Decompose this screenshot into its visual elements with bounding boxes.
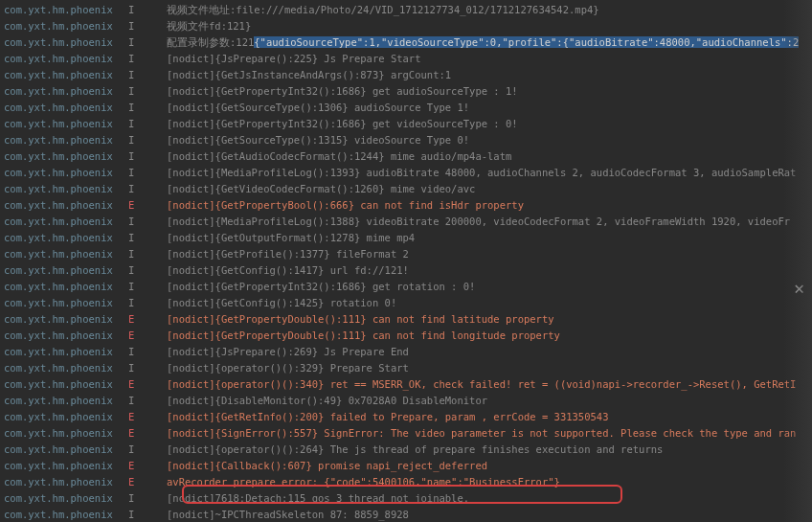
log-level: I (128, 393, 167, 409)
log-line[interactable]: com.yxt.hm.phoenixI[nodict]{GetOutputFor… (4, 230, 808, 246)
log-level: I (128, 490, 167, 507)
log-level: E (128, 425, 167, 442)
log-message: [nodict]{GetConfig():1417} url fd://121! (167, 262, 808, 279)
log-line[interactable]: com.yxt.hm.phoenixI[nodict]{MediaProfile… (4, 165, 808, 181)
log-line[interactable]: com.yxt.hm.phoenixI[nodict]{GetSourceTyp… (4, 132, 808, 148)
log-level: I (128, 18, 167, 34)
log-line[interactable]: com.yxt.hm.phoenixI[nodict]{GetPropertyI… (4, 83, 808, 100)
log-level: E (128, 458, 167, 474)
log-level: E (128, 328, 167, 344)
log-tag: com.yxt.hm.phoenix (4, 279, 128, 295)
log-line[interactable]: com.yxt.hm.phoenixI[nodict]{GetPropertyI… (4, 116, 808, 132)
log-message: [nodict]{GetPropertyDouble():111} can no… (167, 311, 808, 328)
log-message: [nodict]{JsPrepare():269} Js Prepare End (167, 344, 808, 360)
log-level: I (128, 34, 167, 51)
log-tag: com.yxt.hm.phoenix (4, 230, 128, 246)
log-viewer[interactable]: com.yxt.hm.phoenixI视频文件地址:file:///media/… (0, 0, 812, 522)
log-line[interactable]: com.yxt.hm.phoenixI[nodict]~IPCThreadSke… (4, 507, 808, 522)
log-tag: com.yxt.hm.phoenix (4, 100, 128, 116)
log-message: [nodict]7618:Detach:115 qos 3 thread not… (167, 490, 808, 507)
log-level: I (128, 279, 167, 295)
log-level: I (128, 246, 167, 262)
log-line[interactable]: com.yxt.hm.phoenixI[nodict]{GetSourceTyp… (4, 100, 808, 116)
log-line[interactable]: com.yxt.hm.phoenixI[nodict]7618:Detach:1… (4, 490, 808, 507)
log-message: 配置录制参数:121{"audioSourceType":1,"videoSou… (167, 34, 808, 51)
log-level: E (128, 409, 167, 425)
log-level: I (128, 2, 167, 18)
log-tag: com.yxt.hm.phoenix (4, 262, 128, 279)
log-tag: com.yxt.hm.phoenix (4, 148, 128, 165)
log-level: I (128, 344, 167, 360)
log-tag: com.yxt.hm.phoenix (4, 132, 128, 148)
log-tag: com.yxt.hm.phoenix (4, 295, 128, 311)
log-tag: com.yxt.hm.phoenix (4, 83, 128, 100)
log-level: I (128, 116, 167, 132)
log-line[interactable]: com.yxt.hm.phoenixI[nodict]{MediaProfile… (4, 214, 808, 230)
log-tag: com.yxt.hm.phoenix (4, 360, 128, 376)
log-message: [nodict]{GetPropertyInt32():1686} get ro… (167, 279, 808, 295)
log-tag: com.yxt.hm.phoenix (4, 116, 128, 132)
log-line[interactable]: com.yxt.hm.phoenixI视频文件fd:121} (4, 18, 808, 34)
log-message: 视频文件地址:file:///media/Photo/24/VID_171212… (167, 2, 808, 18)
selection-highlight: {"audioSourceType":1,"videoSourceType":0… (254, 36, 799, 48)
log-level: I (128, 132, 167, 148)
log-tag: com.yxt.hm.phoenix (4, 376, 128, 393)
log-tag: com.yxt.hm.phoenix (4, 311, 128, 328)
log-tag: com.yxt.hm.phoenix (4, 442, 128, 458)
log-line[interactable]: com.yxt.hm.phoenixI[nodict]{operator()()… (4, 442, 808, 458)
log-line[interactable]: com.yxt.hm.phoenixE[nodict]{GetPropertyD… (4, 311, 808, 328)
log-line[interactable]: com.yxt.hm.phoenixI[nodict]{DisableMonit… (4, 393, 808, 409)
log-line[interactable]: com.yxt.hm.phoenixI[nodict]{GetVideoCode… (4, 181, 808, 197)
log-line[interactable]: com.yxt.hm.phoenixI[nodict]{GetConfig():… (4, 262, 808, 279)
log-line[interactable]: com.yxt.hm.phoenixE[nodict]{Callback():6… (4, 458, 808, 474)
log-line[interactable]: com.yxt.hm.phoenixI[nodict]{GetAudioCode… (4, 148, 808, 165)
log-line[interactable]: com.yxt.hm.phoenixI[nodict]{JsPrepare():… (4, 344, 808, 360)
log-message: [nodict]{JsPrepare():225} Js Prepare Sta… (167, 51, 808, 67)
log-tag: com.yxt.hm.phoenix (4, 490, 128, 507)
log-tag: com.yxt.hm.phoenix (4, 425, 128, 442)
log-message: [nodict]{GetJsInstanceAndArgs():873} arg… (167, 67, 808, 83)
log-message: [nodict]{GetConfig():1425} rotation 0! (167, 295, 808, 311)
log-message: [nodict]{Callback():607} promise napi_re… (167, 458, 808, 474)
log-message: 视频文件fd:121} (167, 18, 808, 34)
log-tag: com.yxt.hm.phoenix (4, 507, 128, 522)
log-message: [nodict]{operator()():340} ret == MSERR_… (167, 376, 808, 393)
log-line[interactable]: com.yxt.hm.phoenixE[nodict]{GetRetInfo()… (4, 409, 808, 425)
log-line[interactable]: com.yxt.hm.phoenixI[nodict]{GetPropertyI… (4, 279, 808, 295)
close-icon[interactable]: ✕ (794, 278, 804, 298)
log-tag: com.yxt.hm.phoenix (4, 214, 128, 230)
log-level: I (128, 51, 167, 67)
log-line[interactable]: com.yxt.hm.phoenixE[nodict]{operator()()… (4, 376, 808, 393)
log-line[interactable]: com.yxt.hm.phoenixI[nodict]{JsPrepare():… (4, 51, 808, 67)
log-tag: com.yxt.hm.phoenix (4, 34, 128, 51)
log-level: E (128, 197, 167, 214)
log-message: [nodict]{GetRetInfo():200} failed to Pre… (167, 409, 808, 425)
log-message: [nodict]{SignError():557} SignError: The… (167, 425, 808, 442)
log-line[interactable]: com.yxt.hm.phoenixE[nodict]{GetPropertyB… (4, 197, 808, 214)
log-line[interactable]: com.yxt.hm.phoenixE[nodict]{GetPropertyD… (4, 328, 808, 344)
log-line[interactable]: com.yxt.hm.phoenixI[nodict]{operator()()… (4, 360, 808, 376)
log-line[interactable]: com.yxt.hm.phoenixI配置录制参数:121{"audioSour… (4, 34, 808, 51)
log-message: [nodict]{GetProfile():1377} fileFormat 2 (167, 246, 808, 262)
log-level: I (128, 507, 167, 522)
log-line[interactable]: com.yxt.hm.phoenixI[nodict]{GetConfig():… (4, 295, 808, 311)
log-message: [nodict]{GetSourceType():1306} audioSour… (167, 100, 808, 116)
log-line[interactable]: com.yxt.hm.phoenixI[nodict]{GetJsInstanc… (4, 67, 808, 83)
log-line[interactable]: com.yxt.hm.phoenixE[nodict]{SignError():… (4, 425, 808, 442)
log-level: E (128, 311, 167, 328)
log-message: [nodict]~IPCThreadSkeleton 87: 8859_8928 (167, 507, 808, 522)
log-message: [nodict]{GetPropertyInt32():1686} get vi… (167, 116, 808, 132)
log-level: I (128, 295, 167, 311)
log-tag: com.yxt.hm.phoenix (4, 181, 128, 197)
log-line[interactable]: com.yxt.hm.phoenixI[nodict]{GetProfile()… (4, 246, 808, 262)
log-level: E (128, 376, 167, 393)
log-message: [nodict]{MediaProfileLog():1393} audioBi… (167, 165, 808, 181)
log-level: I (128, 83, 167, 100)
log-line[interactable]: com.yxt.hm.phoenixI视频文件地址:file:///media/… (4, 2, 808, 18)
log-message: [nodict]{DisableMonitor():49} 0x7028A0 D… (167, 393, 808, 409)
log-message: [nodict]{GetVideoCodecFormat():1260} mim… (167, 181, 808, 197)
log-tag: com.yxt.hm.phoenix (4, 67, 128, 83)
log-message: avRecorder prepare error: {"code":540010… (167, 474, 808, 490)
log-level: I (128, 230, 167, 246)
log-line[interactable]: com.yxt.hm.phoenixEavRecorder prepare er… (4, 474, 808, 490)
